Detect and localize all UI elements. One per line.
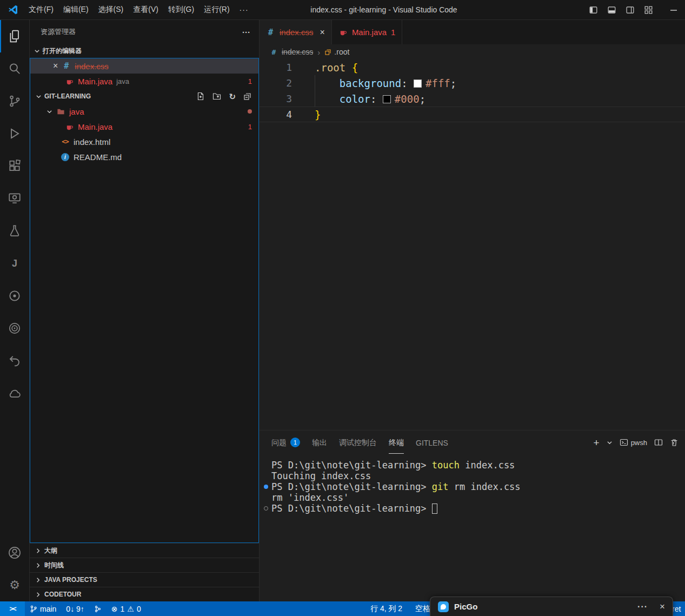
clipped-status-item[interactable]: ret: [672, 601, 681, 616]
menu-file[interactable]: 文件(F): [24, 0, 58, 19]
terminal[interactable]: PS D:\git\note\git-learning> touch index…: [260, 454, 685, 601]
menu-view[interactable]: 查看(V): [128, 0, 163, 19]
problems-count-badge: 1: [290, 438, 300, 447]
tab-problems[interactable]: 问题 1: [271, 430, 300, 454]
terminal-line: PS D:\git\note\git-learning> git rm inde…: [271, 481, 685, 492]
toggle-secondary-sidebar-icon[interactable]: [626, 5, 635, 15]
file-label: index.html: [74, 137, 110, 147]
tree-empty-space[interactable]: [30, 164, 258, 542]
gradle-icon[interactable]: [0, 280, 29, 312]
symbol-class-icon: [324, 49, 331, 56]
code-line-4[interactable]: 4 }: [260, 107, 685, 122]
timeline-section-header[interactable]: 时间线: [30, 558, 259, 572]
java-extension-icon[interactable]: J: [0, 247, 29, 280]
terminal-profile-dropdown-icon[interactable]: [607, 440, 613, 446]
breadcrumb-symbol[interactable]: .root: [324, 48, 349, 56]
run-debug-icon[interactable]: [0, 117, 29, 150]
open-editors-section-header[interactable]: 打开的编辑器: [30, 44, 259, 58]
indentation-item[interactable]: 空格: [415, 601, 430, 616]
customize-layout-icon[interactable]: [644, 5, 653, 15]
source-control-graph-item[interactable]: [89, 601, 107, 616]
workspace-section-header[interactable]: GIT-LEARNING ↻: [30, 89, 258, 104]
close-tab-icon[interactable]: ×: [320, 28, 325, 37]
new-folder-icon[interactable]: [212, 92, 221, 101]
cursor-position-item[interactable]: 行 4, 列 2: [370, 601, 402, 616]
menu-selection[interactable]: 选择(S): [94, 0, 129, 19]
codetour-section-header[interactable]: CODETOUR: [30, 587, 259, 601]
line-number: 3: [260, 93, 292, 104]
kill-terminal-trash-icon[interactable]: [670, 438, 679, 447]
tab-main-java[interactable]: Main.java 1: [332, 20, 403, 44]
breadcrumb-file-label: index.css: [282, 48, 313, 56]
git-sync-item[interactable]: 0↓ 9↑: [61, 601, 89, 616]
new-terminal-icon[interactable]: +: [594, 438, 600, 448]
tab-gitlens[interactable]: GITLENS: [416, 430, 448, 454]
tree-file-readme[interactable]: i README.md: [30, 149, 258, 164]
problem-count-badge: 1: [391, 28, 395, 37]
chevron-right-icon: [35, 548, 41, 554]
tab-terminal[interactable]: 终端: [389, 430, 404, 454]
color-swatch-black[interactable]: [383, 95, 391, 103]
remote-indicator[interactable]: ><: [0, 601, 25, 616]
outline-section-header[interactable]: 大纲: [30, 543, 259, 558]
terminal-instance-pwsh[interactable]: pwsh: [620, 438, 647, 447]
open-editor-main-java[interactable]: Main.java java 1: [30, 74, 258, 89]
source-control-icon[interactable]: [0, 85, 29, 117]
color-swatch-white[interactable]: [414, 80, 422, 88]
terminal-cursor: [432, 504, 437, 514]
explorer-icon[interactable]: [0, 20, 29, 52]
code-line-3[interactable]: 3 color: #000;: [260, 91, 685, 107]
title-bar: 文件(F) 编辑(E) 选择(S) 查看(V) 转到(G) 运行(R) ··· …: [0, 0, 685, 20]
extensions-icon[interactable]: [0, 150, 29, 182]
code-editor[interactable]: 1 .root { 2 background: #fff; 3 color: #…: [260, 59, 685, 430]
java-projects-section-header[interactable]: JAVA PROJECTS: [30, 572, 259, 587]
tab-index-css[interactable]: # index.css ×: [260, 20, 332, 44]
menu-overflow[interactable]: ···: [235, 0, 254, 19]
timeline-label: 时间线: [44, 561, 64, 570]
tree-folder-java[interactable]: java: [30, 104, 258, 119]
picgo-icon: [438, 601, 449, 612]
refresh-icon[interactable]: ↻: [229, 92, 236, 101]
sidebar-header: 资源管理器 ···: [30, 20, 259, 44]
collapse-all-icon[interactable]: [243, 92, 252, 101]
open-editor-index-css[interactable]: × # index.css: [30, 58, 258, 74]
bottom-panel: 问题 1 输出 调试控制台 终端 GITLENS + pwsh: [260, 430, 685, 601]
menu-edit[interactable]: 编辑(E): [58, 0, 94, 19]
git-branch-item[interactable]: main: [25, 601, 61, 616]
tab-debug-console[interactable]: 调试控制台: [339, 430, 377, 454]
tree-file-main-java[interactable]: Main.java 1: [30, 119, 258, 134]
target-icon[interactable]: [0, 312, 29, 345]
split-terminal-icon[interactable]: [654, 438, 663, 447]
new-file-icon[interactable]: [196, 92, 205, 101]
terminal-prompt-line[interactable]: PS D:\git\note\git-learning>: [271, 503, 685, 514]
tree-file-index-html[interactable]: <> index.html: [30, 134, 258, 149]
search-icon[interactable]: [0, 52, 29, 85]
toast-close-icon[interactable]: ×: [660, 601, 665, 612]
codetour-undo-icon[interactable]: [0, 345, 29, 377]
toggle-panel-icon[interactable]: [607, 5, 616, 15]
close-editor-icon[interactable]: ×: [53, 62, 58, 70]
cloud-icon[interactable]: [0, 377, 29, 409]
sidebar-more-actions-icon[interactable]: ···: [242, 28, 250, 37]
error-count: 1: [121, 605, 125, 613]
java-projects-label: JAVA PROJECTS: [44, 576, 97, 584]
settings-gear-icon[interactable]: ⚙: [0, 569, 29, 601]
toast-more-icon[interactable]: ···: [637, 602, 648, 612]
toggle-sidebar-icon[interactable]: [589, 5, 598, 15]
problems-item[interactable]: ⊗ 1 ⚠ 0: [107, 601, 146, 616]
code-line-2[interactable]: 2 background: #fff;: [260, 75, 685, 91]
css-file-icon: #: [62, 61, 71, 71]
remote-explorer-icon[interactable]: [0, 182, 29, 215]
minimize-icon[interactable]: [670, 6, 677, 14]
code-line-1[interactable]: 1 .root {: [260, 59, 685, 75]
problem-count-badge: 1: [248, 123, 252, 131]
account-icon[interactable]: [0, 536, 29, 569]
testing-icon[interactable]: [0, 215, 29, 247]
tab-output[interactable]: 输出: [312, 430, 327, 454]
remote-icon: ><: [9, 605, 15, 613]
breadcrumb-file[interactable]: # index.css: [269, 48, 313, 56]
menu-run[interactable]: 运行(R): [199, 0, 234, 19]
menu-goto[interactable]: 转到(G): [163, 0, 199, 19]
command-pending-circle: [264, 506, 268, 511]
window-title: index.css - git-learning - Visual Studio…: [270, 5, 497, 14]
